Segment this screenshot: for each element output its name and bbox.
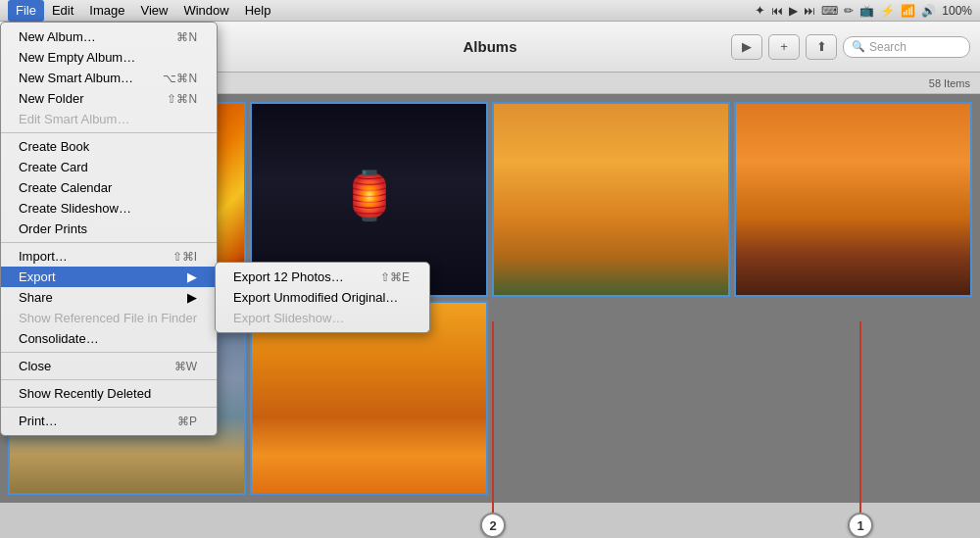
play-button[interactable]: ▶ bbox=[731, 34, 762, 60]
separator-3 bbox=[1, 352, 217, 353]
separator-2 bbox=[1, 242, 217, 243]
battery-label: 100% bbox=[942, 4, 972, 18]
keyboard-icon: ⌨ bbox=[821, 4, 838, 18]
menu-view[interactable]: View bbox=[133, 0, 176, 22]
menu-create-book[interactable]: Create Book bbox=[1, 136, 217, 157]
menu-order-prints[interactable]: Order Prints bbox=[1, 219, 217, 239]
menu-new-empty-album[interactable]: New Empty Album… bbox=[1, 47, 217, 68]
annotation-1-line bbox=[859, 321, 861, 513]
pen-icon: ✏ bbox=[844, 4, 854, 18]
annotation-1-container: 1 bbox=[848, 321, 873, 538]
menu-show-referenced[interactable]: Show Referenced File in Finder bbox=[1, 308, 217, 328]
add-button[interactable]: + bbox=[768, 34, 800, 60]
next-icon: ⏭ bbox=[804, 4, 815, 18]
play-icon: ▶ bbox=[789, 4, 798, 18]
menu-image[interactable]: Image bbox=[81, 0, 132, 22]
file-dropdown: New Album… ⌘N New Empty Album… New Smart… bbox=[0, 22, 218, 436]
toolbar-title: Albums bbox=[463, 38, 516, 55]
menu-new-folder[interactable]: New Folder ⇧⌘N bbox=[1, 88, 217, 109]
menu-export-photos[interactable]: Export 12 Photos… ⇧⌘E bbox=[216, 267, 429, 287]
menu-edit-smart-album[interactable]: Edit Smart Album… bbox=[1, 109, 217, 129]
volume-icon: 🔊 bbox=[921, 4, 936, 18]
menu-import[interactable]: Import… ⇧⌘I bbox=[1, 246, 217, 267]
menubar-right: ✦ ⏮ ▶ ⏭ ⌨ ✏ 📺 ⚡ 📶 🔊 100% bbox=[755, 3, 972, 18]
bluetooth-icon: ⚡ bbox=[880, 4, 895, 18]
file-menu-overlay: New Album… ⌘N New Empty Album… New Smart… bbox=[0, 22, 218, 436]
annotation-2-line bbox=[492, 321, 494, 513]
menu-export[interactable]: Export ▶ Export 12 Photos… ⇧⌘E Export Un… bbox=[1, 267, 217, 287]
menubar: File Edit Image View Window Help ✦ ⏮ ▶ ⏭… bbox=[0, 0, 980, 22]
share-button[interactable]: ⬆ bbox=[806, 34, 837, 60]
menu-file[interactable]: File bbox=[8, 0, 44, 22]
annotation-1-circle: 1 bbox=[848, 513, 873, 538]
menu-window[interactable]: Window bbox=[175, 0, 236, 22]
annotation-2-container: 2 bbox=[480, 321, 506, 538]
menu-create-calendar[interactable]: Create Calendar bbox=[1, 177, 217, 198]
items-count: 58 Items bbox=[929, 77, 970, 89]
menu-show-recently-deleted[interactable]: Show Recently Deleted bbox=[1, 383, 217, 404]
menu-new-smart-album[interactable]: New Smart Album… ⌥⌘N bbox=[1, 68, 217, 88]
menu-consolidate[interactable]: Consolidate… bbox=[1, 328, 217, 349]
menu-create-card[interactable]: Create Card bbox=[1, 157, 217, 177]
separator-4 bbox=[1, 379, 217, 380]
menu-share[interactable]: Share ▶ bbox=[1, 287, 217, 308]
prev-icon: ⏮ bbox=[771, 4, 783, 18]
search-placeholder: Search bbox=[869, 40, 906, 54]
menu-new-album[interactable]: New Album… ⌘N bbox=[1, 26, 217, 47]
menu-export-original[interactable]: Export Unmodified Original… bbox=[216, 287, 429, 308]
toolbar-controls: ▶ + ⬆ 🔍 Search bbox=[731, 34, 970, 60]
annotation-2-circle: 2 bbox=[480, 513, 506, 538]
search-icon: 🔍 bbox=[852, 40, 865, 53]
export-submenu: Export 12 Photos… ⇧⌘E Export Unmodified … bbox=[215, 262, 430, 333]
wifi-icon: 📶 bbox=[901, 4, 915, 18]
separator-1 bbox=[1, 132, 217, 133]
menu-help[interactable]: Help bbox=[237, 0, 279, 22]
dropbox-icon: ✦ bbox=[755, 3, 765, 18]
screen-icon: 📺 bbox=[859, 4, 874, 18]
search-box[interactable]: 🔍 Search bbox=[843, 36, 970, 58]
menu-create-slideshow[interactable]: Create Slideshow… bbox=[1, 198, 217, 219]
separator-5 bbox=[1, 407, 217, 408]
menu-edit[interactable]: Edit bbox=[44, 0, 81, 22]
menu-export-slideshow[interactable]: Export Slideshow… bbox=[216, 308, 429, 328]
menu-print[interactable]: Print… ⌘P bbox=[1, 411, 217, 431]
menu-close[interactable]: Close ⌘W bbox=[1, 356, 217, 376]
photo-cell-2[interactable] bbox=[492, 102, 730, 297]
photo-cell-3[interactable] bbox=[734, 102, 972, 297]
